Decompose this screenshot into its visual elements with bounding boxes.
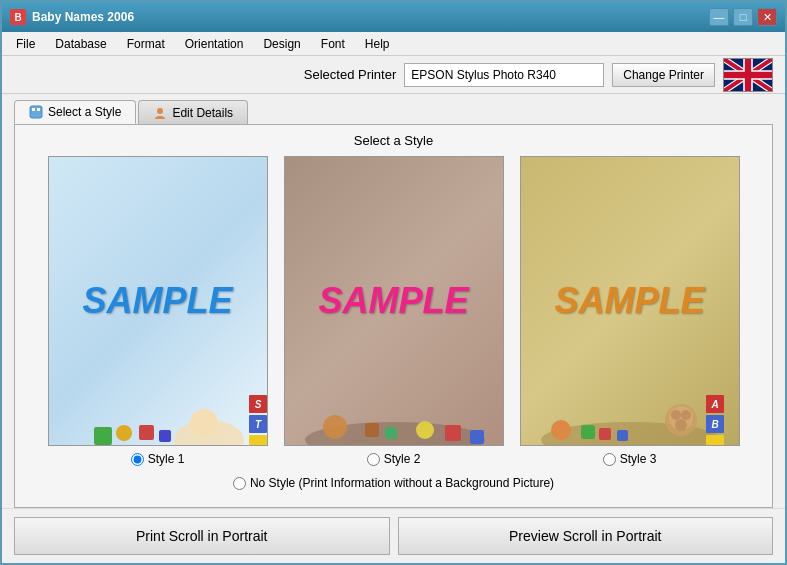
svg-rect-3 (37, 108, 40, 111)
svg-text:B: B (711, 419, 718, 430)
window-title: Baby Names 2006 (32, 10, 709, 24)
close-button[interactable]: ✕ (757, 8, 777, 26)
svg-point-26 (671, 410, 681, 420)
tab-edit-details[interactable]: Edit Details (138, 100, 248, 124)
style-card-2: SAMPLE S (284, 156, 504, 466)
svg-text:A: A (710, 399, 718, 410)
uk-flag-icon (723, 58, 773, 92)
style-3-label: Style 3 (620, 452, 657, 466)
svg-rect-10 (94, 427, 112, 445)
style-preview-3[interactable]: SAMPLE A (520, 156, 740, 446)
svg-rect-15 (249, 435, 267, 445)
menu-design[interactable]: Design (253, 35, 310, 53)
svg-rect-36 (599, 428, 611, 440)
menu-help[interactable]: Help (355, 35, 400, 53)
tabs-area: Select a Style Edit Details (2, 94, 785, 124)
style-card-3: SAMPLE A (520, 156, 740, 466)
sample-text-1: SAMPLE (82, 280, 232, 322)
svg-point-28 (675, 419, 687, 431)
style-2-label: Style 2 (384, 452, 421, 466)
app-window: B Baby Names 2006 — □ ✕ File Database Fo… (0, 0, 787, 565)
decoration-1: S T (49, 375, 267, 445)
toolbar: Selected Printer Change Printer (2, 56, 785, 94)
minimize-button[interactable]: — (709, 8, 729, 26)
svg-text:T: T (254, 419, 261, 430)
style-3-radio-row: Style 3 (603, 452, 657, 466)
maximize-button[interactable]: □ (733, 8, 753, 26)
decoration-3: A B (521, 375, 739, 445)
no-style-row: No Style (Print Information without a Ba… (233, 476, 554, 490)
content-title: Select a Style (354, 133, 434, 148)
svg-rect-7 (139, 425, 154, 440)
svg-rect-8 (159, 430, 171, 442)
menu-orientation[interactable]: Orientation (175, 35, 254, 53)
main-content: Select a Style SAMPLE (14, 124, 773, 508)
svg-text:S: S (254, 399, 261, 410)
svg-point-20 (416, 421, 434, 439)
change-printer-button[interactable]: Change Printer (612, 63, 715, 87)
svg-point-6 (190, 409, 218, 437)
svg-point-27 (681, 410, 691, 420)
print-button[interactable]: Print Scroll in Portrait (14, 517, 390, 555)
sample-text-2: SAMPLE (318, 280, 468, 322)
svg-rect-2 (32, 108, 35, 111)
styles-row: SAMPLE S (48, 156, 740, 466)
svg-rect-21 (445, 425, 461, 441)
style-1-radio-row: Style 1 (131, 452, 185, 466)
style-card-1: SAMPLE S (48, 156, 268, 466)
menu-font[interactable]: Font (311, 35, 355, 53)
printer-input[interactable] (404, 63, 604, 87)
svg-rect-19 (385, 427, 397, 439)
menu-bar: File Database Format Orientation Design … (2, 32, 785, 56)
tab-select-style[interactable]: Select a Style (14, 100, 136, 124)
svg-rect-1 (30, 106, 42, 118)
decoration-2 (285, 375, 503, 445)
svg-rect-35 (581, 425, 595, 439)
bottom-buttons: Print Scroll in Portrait Preview Scroll … (2, 508, 785, 563)
style-preview-1[interactable]: SAMPLE S (48, 156, 268, 446)
preview-button[interactable]: Preview Scroll in Portrait (398, 517, 774, 555)
svg-point-4 (157, 108, 163, 114)
menu-database[interactable]: Database (45, 35, 116, 53)
svg-rect-37 (617, 430, 628, 441)
style-2-radio-row: Style 2 (367, 452, 421, 466)
title-controls: — □ ✕ (709, 8, 777, 26)
svg-rect-22 (470, 430, 484, 444)
printer-label: Selected Printer (304, 67, 397, 82)
style-3-radio[interactable] (603, 453, 616, 466)
menu-format[interactable]: Format (117, 35, 175, 53)
title-bar: B Baby Names 2006 — □ ✕ (2, 2, 785, 32)
style-preview-2[interactable]: SAMPLE (284, 156, 504, 446)
edit-details-icon (153, 106, 167, 120)
no-style-radio[interactable] (233, 477, 246, 490)
svg-point-9 (116, 425, 132, 441)
svg-point-17 (323, 415, 347, 439)
sample-text-3: SAMPLE (554, 280, 704, 322)
menu-file[interactable]: File (6, 35, 45, 53)
svg-rect-18 (365, 423, 379, 437)
style-1-label: Style 1 (148, 452, 185, 466)
svg-rect-33 (706, 435, 724, 445)
select-style-icon (29, 105, 43, 119)
style-1-radio[interactable] (131, 453, 144, 466)
svg-point-34 (551, 420, 571, 440)
style-2-radio[interactable] (367, 453, 380, 466)
app-icon: B (10, 9, 26, 25)
no-style-label: No Style (Print Information without a Ba… (250, 476, 554, 490)
